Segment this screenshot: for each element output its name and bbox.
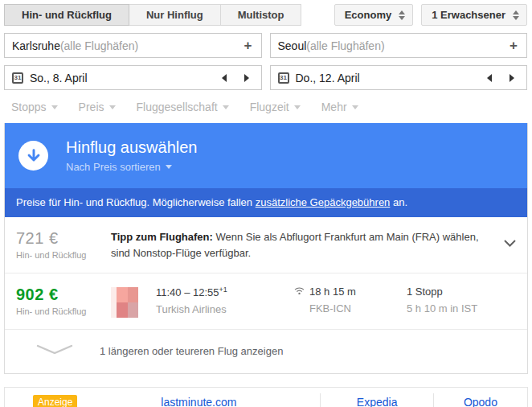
flight-times: 11:40 – 12:55+1 bbox=[156, 286, 227, 298]
airport-tip-row[interactable]: 721 € Hin- und Rückflug Tipp zum Flughaf… bbox=[5, 217, 527, 273]
spinner-icon bbox=[399, 10, 405, 20]
tab-roundtrip[interactable]: Hin- und Rückflug bbox=[4, 4, 129, 26]
spinner-icon bbox=[513, 10, 519, 20]
wifi-icon bbox=[294, 286, 305, 298]
tab-oneway[interactable]: Nur Hinflug bbox=[129, 4, 221, 26]
chevron-down-icon bbox=[223, 105, 229, 109]
ad-link-opodo[interactable]: Opodo bbox=[433, 393, 527, 407]
cabin-class-select[interactable]: Economy bbox=[334, 4, 414, 26]
results-header: Hinflug auswählen Nach Preis sortieren bbox=[5, 123, 527, 188]
tip-price-sub: Hin- und Rückflug bbox=[16, 250, 111, 260]
filter-stopps[interactable]: Stopps bbox=[11, 101, 58, 113]
chevron-down-icon bbox=[36, 343, 73, 358]
depart-date-next-icon[interactable] bbox=[244, 74, 249, 82]
origin-city: Karlsruhe bbox=[12, 39, 60, 52]
chevron-down-icon bbox=[51, 105, 58, 109]
flight-price-sub: Hin- und Rückflug bbox=[16, 306, 111, 316]
filter-preis[interactable]: Preis bbox=[79, 101, 116, 113]
add-origin-airport-icon[interactable]: + bbox=[244, 38, 252, 54]
return-date-input[interactable]: 31 Do., 12. April bbox=[270, 65, 528, 90]
calendar-icon: 31 bbox=[12, 72, 23, 84]
results-title: Hinflug auswählen bbox=[66, 138, 197, 157]
depart-date-prev-icon[interactable] bbox=[222, 74, 227, 82]
tip-text: Tipp zum Flughafen: Wenn Sie als Abflugo… bbox=[111, 229, 504, 261]
return-date-value: Do., 12. April bbox=[296, 72, 360, 84]
flight-result-row[interactable]: 902 € Hin- und Rückflug 11:40 – 12:55+1 … bbox=[5, 273, 527, 330]
airport-fields: Karlsruhe (alle Flughäfen) + Seoul (alle… bbox=[4, 33, 527, 58]
filter-fluggesellschaft[interactable]: Fluggesellschaft bbox=[137, 101, 229, 113]
chevron-down-icon bbox=[166, 165, 172, 169]
flight-duration: 18 h 15 m bbox=[309, 286, 356, 298]
flight-price: 902 € bbox=[16, 286, 111, 304]
filter-bar: Stopps Preis Fluggesellschaft Flugzeit M… bbox=[0, 90, 532, 123]
destination-input[interactable]: Seoul (alle Flughäfen) + bbox=[270, 33, 528, 58]
return-date-prev-icon[interactable] bbox=[487, 74, 492, 82]
ad-badge: Anzeige bbox=[33, 395, 77, 407]
airline-name: Turkish Airlines bbox=[156, 303, 294, 315]
baggage-notice: Preise für Hin- und Rückflug. Möglicherw… bbox=[5, 188, 527, 217]
tip-price: 721 € bbox=[16, 229, 111, 248]
sort-dropdown[interactable]: Nach Preis sortieren bbox=[66, 161, 197, 173]
calendar-icon: 31 bbox=[278, 72, 289, 84]
add-destination-airport-icon[interactable]: + bbox=[509, 38, 518, 54]
top-bar: Hin- und Rückflug Nur Hinflug Multistop … bbox=[4, 4, 527, 26]
baggage-fees-link[interactable]: zusätzliche Gepäckgebühren bbox=[256, 196, 391, 208]
show-more-flights-row[interactable]: 1 längeren oder teureren Flug anzeigen bbox=[5, 330, 527, 373]
chevron-down-icon bbox=[294, 105, 301, 109]
destination-city: Seoul bbox=[278, 39, 307, 52]
filter-flugzeit[interactable]: Flugzeit bbox=[250, 101, 301, 113]
return-date-next-icon[interactable] bbox=[509, 74, 514, 82]
date-fields: 31 So., 8. April 31 Do., 12. April bbox=[4, 65, 527, 90]
passenger-count-select[interactable]: 1 Erwachsener bbox=[421, 4, 527, 26]
ads-bar: Anzeige lastminute.com Expedia Opodo bbox=[4, 387, 528, 407]
ad-link-expedia[interactable]: Expedia bbox=[320, 393, 432, 407]
chevron-down-icon bbox=[109, 105, 116, 109]
origin-suffix: (alle Flughäfen) bbox=[60, 39, 138, 52]
origin-input[interactable]: Karlsruhe (alle Flughäfen) + bbox=[4, 33, 262, 58]
flight-search-page: Hin- und Rückflug Nur Hinflug Multistop … bbox=[0, 0, 532, 407]
tab-multistop[interactable]: Multistop bbox=[221, 4, 302, 26]
destination-suffix: (alle Flughäfen) bbox=[306, 39, 384, 52]
expand-tip-icon[interactable] bbox=[504, 236, 516, 250]
flight-stops: 1 Stopp bbox=[407, 286, 443, 298]
stopover-detail: 5 h 10 m in IST bbox=[407, 302, 516, 314]
passenger-count-value: 1 Erwachsener bbox=[432, 9, 505, 21]
depart-date-input[interactable]: 31 So., 8. April bbox=[4, 65, 262, 90]
outbound-arrow-icon bbox=[18, 141, 48, 171]
ad-link-lastminute[interactable]: lastminute.com bbox=[77, 396, 320, 407]
chevron-down-icon bbox=[352, 105, 358, 109]
trip-options: Economy 1 Erwachsener bbox=[334, 4, 527, 26]
cabin-class-value: Economy bbox=[345, 9, 392, 21]
airline-logo bbox=[111, 287, 138, 318]
depart-date-value: So., 8. April bbox=[30, 72, 88, 84]
trip-type-tabs: Hin- und Rückflug Nur Hinflug Multistop bbox=[4, 4, 301, 26]
filter-mehr[interactable]: Mehr bbox=[321, 101, 358, 113]
show-more-label: 1 längeren oder teureren Flug anzeigen bbox=[100, 345, 283, 357]
results-card: Hinflug auswählen Nach Preis sortieren P… bbox=[4, 123, 528, 374]
flight-route: FKB-ICN bbox=[309, 302, 407, 314]
